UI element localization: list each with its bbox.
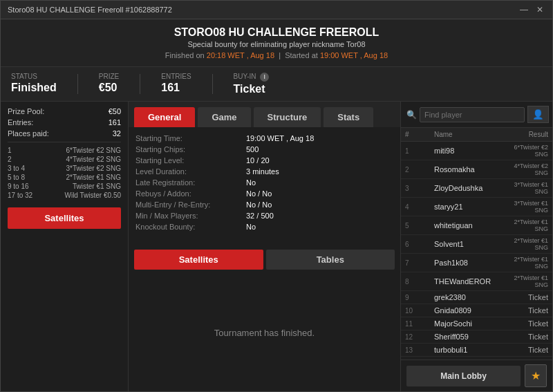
player-row[interactable]: 8 THEWandEROR 2*Twister €1 SNG bbox=[401, 272, 552, 291]
player-name: miti98 bbox=[434, 147, 500, 155]
places-paid-row: Places paid: 32 bbox=[8, 129, 121, 138]
prize-reward: 3*Twister €2 SNG bbox=[66, 165, 121, 172]
col-empty bbox=[420, 131, 434, 138]
general-field-label: Min / Max Players: bbox=[135, 212, 239, 220]
window-controls: — ✕ bbox=[518, 5, 545, 15]
player-row[interactable]: 11 MajorSochi Ticket bbox=[401, 317, 552, 330]
general-field-label: Starting Time: bbox=[135, 134, 239, 142]
player-num: 1 bbox=[405, 147, 420, 155]
entries-stat: Entries 161 bbox=[161, 73, 191, 95]
general-field-value: 10 / 20 bbox=[246, 156, 393, 165]
prize-pool-row: Prize Pool: €50 bbox=[8, 107, 121, 115]
tournament-finished-message: Tournament has finished. bbox=[129, 275, 400, 392]
favorite-button[interactable]: ★ bbox=[525, 364, 547, 387]
player-row[interactable]: 4 staryy21 3*Twister €1 SNG bbox=[401, 198, 552, 216]
player-result: 2*Twister €1 SNG bbox=[500, 256, 548, 270]
main-content: Prize Pool: €50 Entries: 161 Places paid… bbox=[1, 102, 552, 391]
general-field-value: 19:00 WET , Aug 18 bbox=[246, 134, 393, 142]
places-paid-value: 32 bbox=[113, 129, 121, 138]
player-result: 2*Twister €1 SNG bbox=[500, 237, 548, 251]
prize-table-row: 24*Twister €2 SNG bbox=[8, 156, 121, 163]
player-row[interactable]: 10 Gnida0809 Ticket bbox=[401, 304, 552, 317]
player-num: 5 bbox=[405, 222, 420, 230]
status-label: Status bbox=[11, 73, 57, 80]
right-panel: 🔍 👤 # Name Result 1 miti98 6*Twister €2 … bbox=[400, 102, 552, 391]
player-row[interactable]: 12 Sheriff059 Ticket bbox=[401, 330, 552, 344]
general-field-label: Multi-Entry / Re-Entry: bbox=[135, 200, 239, 209]
stats-bar: Status Finished Prize €50 Entries 161 Bu… bbox=[1, 67, 552, 102]
prize-value: €50 bbox=[99, 82, 119, 94]
player-row[interactable]: 2 Rosomakha 4*Twister €2 SNG bbox=[401, 160, 552, 179]
stat-divider-1 bbox=[77, 74, 78, 94]
finished-time: 20:18 WET , Aug 18 bbox=[207, 51, 274, 59]
main-window: Storo08 HU CHALLENGE Freeroll #106288877… bbox=[0, 0, 553, 392]
general-field-value: 500 bbox=[246, 145, 393, 153]
col-name: Name bbox=[434, 131, 500, 138]
prize-place: 9 to 16 bbox=[8, 183, 29, 190]
prize-place: 17 to 32 bbox=[8, 192, 32, 199]
satellites-bottom-button[interactable]: Satellites bbox=[134, 250, 263, 270]
player-num: 13 bbox=[405, 346, 420, 354]
prize-reward: 2*Twister €1 SNG bbox=[66, 174, 121, 181]
tab-content-general: Starting Time:19:00 WET , Aug 18Starting… bbox=[129, 127, 400, 244]
player-row[interactable]: 13 turbobuli1 Ticket bbox=[401, 344, 552, 357]
player-row[interactable]: 3 ZloyDedushka 3*Twister €1 SNG bbox=[401, 179, 552, 198]
player-name: Rosomakha bbox=[434, 165, 500, 174]
title-bar: Storo08 HU CHALLENGE Freeroll #106288877… bbox=[1, 1, 552, 19]
player-num: 9 bbox=[405, 294, 420, 301]
player-num: 10 bbox=[405, 307, 420, 315]
find-player-button[interactable]: 👤 bbox=[527, 106, 549, 123]
places-paid-label: Places paid: bbox=[8, 129, 49, 138]
player-row[interactable]: 6 Solvent1 2*Twister €1 SNG bbox=[401, 235, 552, 254]
col-result: Result bbox=[500, 131, 548, 138]
tab-stats[interactable]: Stats bbox=[324, 107, 373, 127]
tables-bottom-button[interactable]: Tables bbox=[266, 250, 395, 270]
player-result: 3*Twister €1 SNG bbox=[500, 181, 548, 195]
star-icon: ★ bbox=[531, 370, 541, 382]
main-lobby-button[interactable]: Main Lobby bbox=[406, 366, 521, 386]
window-title: Storo08 HU CHALLENGE Freeroll #106288877… bbox=[8, 6, 172, 14]
minimize-button[interactable]: — bbox=[518, 5, 530, 15]
close-button[interactable]: ✕ bbox=[534, 5, 545, 15]
player-num: 7 bbox=[405, 259, 420, 267]
player-row[interactable]: 5 whitetiguan 2*Twister €1 SNG bbox=[401, 216, 552, 235]
tab-general[interactable]: General bbox=[134, 107, 195, 127]
entries-label: Entries: bbox=[8, 118, 33, 127]
general-field-label: Level Duration: bbox=[135, 167, 239, 176]
search-icon: 🔍 bbox=[406, 110, 417, 120]
general-field-value: No bbox=[246, 223, 393, 231]
player-list-header: # Name Result bbox=[401, 128, 552, 142]
player-row[interactable]: 9 grek2380 Ticket bbox=[401, 291, 552, 304]
entries-label: Entries bbox=[161, 73, 191, 80]
player-name: Solvent1 bbox=[434, 240, 500, 248]
tab-game[interactable]: Game bbox=[198, 107, 250, 127]
search-input[interactable] bbox=[420, 107, 525, 122]
prize-place: 3 to 4 bbox=[8, 165, 25, 172]
general-field-label: Starting Level: bbox=[135, 156, 239, 165]
prize-stat: Prize €50 bbox=[99, 73, 119, 95]
bottom-bar: Main Lobby ★ bbox=[401, 360, 552, 391]
buyin-value: Ticket bbox=[234, 83, 270, 95]
person-icon: 👤 bbox=[532, 109, 544, 120]
satellites-button[interactable]: Satellites bbox=[8, 207, 121, 229]
player-name: Gnida0809 bbox=[434, 306, 500, 315]
tournament-title: STORO08 HU CHALLENGE FREEROLL bbox=[8, 26, 545, 39]
player-result: Ticket bbox=[500, 346, 548, 354]
stat-divider-2 bbox=[140, 74, 140, 94]
started-time: 19:00 WET , Aug 18 bbox=[320, 51, 388, 59]
tab-structure[interactable]: Structure bbox=[254, 107, 321, 127]
divider bbox=[8, 142, 121, 142]
general-field-label: Starting Chips: bbox=[135, 145, 239, 153]
entries-row: Entries: 161 bbox=[8, 118, 121, 127]
general-field-value: 3 minutes bbox=[246, 167, 393, 176]
player-row[interactable]: 7 Pash1k08 2*Twister €1 SNG bbox=[401, 254, 552, 272]
general-field-value: 32 / 500 bbox=[246, 212, 393, 220]
left-panel: Prize Pool: €50 Entries: 161 Places paid… bbox=[1, 102, 129, 391]
player-num: 12 bbox=[405, 333, 420, 341]
player-row[interactable]: 1 miti98 6*Twister €2 SNG bbox=[401, 142, 552, 160]
entries-value: 161 bbox=[109, 118, 121, 127]
info-icon[interactable]: i bbox=[260, 73, 269, 82]
player-list: 1 miti98 6*Twister €2 SNG 2 Rosomakha 4*… bbox=[401, 142, 552, 360]
prize-reward: Twister €1 SNG bbox=[73, 183, 121, 190]
status-value: Finished bbox=[11, 82, 57, 94]
